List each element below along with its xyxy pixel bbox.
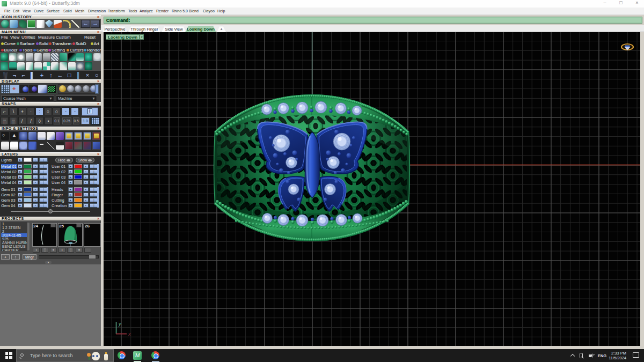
svg-text:y: y [118,321,121,327]
svg-text:x: x [128,331,131,337]
